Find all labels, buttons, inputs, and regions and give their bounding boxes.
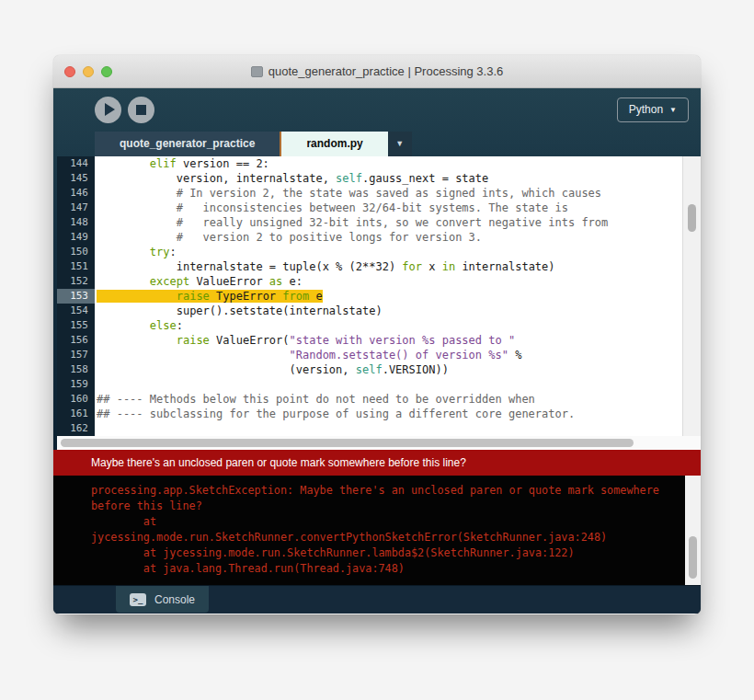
minimize-button[interactable] xyxy=(83,66,94,77)
tab-quote-generator-practice[interactable]: quote_generator_practice xyxy=(95,132,280,156)
code-line-158[interactable]: 158 (version, self.VERSION)) xyxy=(57,362,682,377)
code-line-148[interactable]: 148 # really unsigned 32-bit ints, so we… xyxy=(57,215,682,230)
traffic-lights xyxy=(64,55,112,88)
editor-horizontal-scrollbar[interactable] xyxy=(57,436,701,450)
code-text[interactable]: ## ---- Methods below this point do not … xyxy=(95,392,682,407)
code-line-154[interactable]: 154 super().setstate(internalstate) xyxy=(57,304,682,318)
code-text[interactable]: version, internalstate, self.gauss_next … xyxy=(95,171,682,186)
processing-window: quote_generator_practice | Processing 3.… xyxy=(53,55,701,614)
code-text[interactable]: (version, self.VERSION)) xyxy=(95,362,682,377)
code-text[interactable] xyxy=(95,421,682,436)
zoom-button[interactable] xyxy=(101,66,112,77)
terminal-icon: >_ xyxy=(130,593,146,606)
code-line-160[interactable]: 160## ---- Methods below this point do n… xyxy=(57,392,682,407)
line-number: 150 xyxy=(57,245,95,259)
console-line: jycessing.mode.run.SketchRunner.convertP… xyxy=(91,530,685,545)
line-number: 162 xyxy=(57,421,95,436)
line-number: 151 xyxy=(57,259,95,274)
line-number: 148 xyxy=(57,215,95,230)
console-tab[interactable]: >_ Console xyxy=(116,586,209,613)
code-line-151[interactable]: 151 internalstate = tuple(x % (2**32) fo… xyxy=(57,259,682,274)
console-panel: processing.app.SketchException: Maybe th… xyxy=(53,476,701,586)
code-text[interactable] xyxy=(95,377,682,392)
line-number: 146 xyxy=(57,186,95,201)
code-line-152[interactable]: 152 except ValueError as e: xyxy=(57,274,682,289)
code-text[interactable]: raise ValueError("state with version %s … xyxy=(95,333,682,348)
editor-vertical-scrollbar[interactable] xyxy=(682,156,701,436)
line-number: 152 xyxy=(57,274,95,289)
editor-vertical-scrollbar-thumb[interactable] xyxy=(688,204,696,232)
tab-bar: quote_generator_practicerandom.py▼ xyxy=(53,132,701,156)
line-number: 160 xyxy=(57,392,95,407)
code-text[interactable]: # In version 2, the state was saved as s… xyxy=(95,186,682,201)
console-line: at jycessing.mode.run.SketchRunner.lambd… xyxy=(91,545,685,561)
line-number: 154 xyxy=(57,304,95,318)
error-status-bar: Maybe there's an unclosed paren or quote… xyxy=(53,450,701,476)
console-tab-label: Console xyxy=(154,593,195,606)
document-icon xyxy=(251,66,263,77)
console-vertical-scrollbar-thumb[interactable] xyxy=(689,536,697,579)
console-line: processing.app.SketchException: Maybe th… xyxy=(91,483,685,499)
line-number: 153 xyxy=(57,289,95,304)
window-title: quote_generator_practice | Processing 3.… xyxy=(268,64,504,78)
toolbar: Python ▼ xyxy=(53,88,701,132)
stop-button[interactable] xyxy=(128,97,154,123)
line-number: 155 xyxy=(57,318,95,333)
code-text[interactable]: internalstate = tuple(x % (2**32) for x … xyxy=(95,259,682,274)
code-line-156[interactable]: 156 raise ValueError("state with version… xyxy=(57,333,682,348)
code-text[interactable]: super().setstate(internalstate) xyxy=(95,304,682,318)
line-number: 147 xyxy=(57,201,95,215)
code-text[interactable]: # version 2 to positive longs for versio… xyxy=(95,230,682,245)
console-line: at xyxy=(91,514,685,530)
code-text[interactable]: elif version == 2: xyxy=(95,156,682,171)
tab-menu-chevron-down-icon[interactable]: ▼ xyxy=(388,132,412,156)
code-line-162[interactable]: 162 xyxy=(57,421,682,436)
code-text[interactable]: # inconsistencies between 32/64-bit syst… xyxy=(95,201,682,215)
code-line-161[interactable]: 161## ---- subclassing for the purpose o… xyxy=(57,407,682,421)
run-button[interactable] xyxy=(95,97,121,123)
desktop-background: quote_generator_practice | Processing 3.… xyxy=(0,0,754,700)
code-area[interactable]: 144 elif version == 2:145 version, inter… xyxy=(57,156,682,436)
line-number: 156 xyxy=(57,333,95,348)
code-line-157[interactable]: 157 "Random.setstate() of version %s" % xyxy=(57,348,682,362)
line-number: 161 xyxy=(57,407,95,421)
stop-icon xyxy=(136,105,146,115)
code-text[interactable]: raise TypeError from e xyxy=(95,289,682,304)
code-line-153[interactable]: 153 raise TypeError from e xyxy=(57,289,682,304)
code-text[interactable]: ## ---- subclassing for the purpose of u… xyxy=(95,407,682,421)
title-bar[interactable]: quote_generator_practice | Processing 3.… xyxy=(53,55,701,88)
footer-bar: >_ Console xyxy=(53,585,701,614)
code-line-146[interactable]: 146 # In version 2, the state was saved … xyxy=(57,186,682,201)
close-button[interactable] xyxy=(64,66,75,77)
code-line-150[interactable]: 150 try: xyxy=(57,245,682,259)
code-line-149[interactable]: 149 # version 2 to positive longs for ve… xyxy=(57,230,682,245)
code-line-144[interactable]: 144 elif version == 2: xyxy=(57,156,682,171)
line-number: 149 xyxy=(57,230,95,245)
line-number: 159 xyxy=(57,377,95,392)
code-text[interactable]: else: xyxy=(95,318,682,333)
chevron-down-icon: ▼ xyxy=(669,106,677,114)
code-line-155[interactable]: 155 else: xyxy=(57,318,682,333)
console-output[interactable]: processing.app.SketchException: Maybe th… xyxy=(53,476,685,586)
tab-random-py[interactable]: random.py xyxy=(280,132,387,156)
code-text[interactable]: try: xyxy=(95,245,682,259)
code-line-145[interactable]: 145 version, internalstate, self.gauss_n… xyxy=(57,171,682,186)
code-line-147[interactable]: 147 # inconsistencies between 32/64-bit … xyxy=(57,201,682,215)
code-text[interactable]: "Random.setstate() of version %s" % xyxy=(95,348,682,362)
line-number: 158 xyxy=(57,362,95,377)
play-icon xyxy=(105,103,115,116)
editor-horizontal-scrollbar-thumb[interactable] xyxy=(61,439,634,447)
line-number: 144 xyxy=(57,156,95,171)
error-message: Maybe there's an unclosed paren or quote… xyxy=(91,456,466,469)
console-line: before this line? xyxy=(91,499,685,514)
mode-label: Python xyxy=(629,103,663,116)
window-title-group: quote_generator_practice | Processing 3.… xyxy=(251,64,504,78)
code-editor[interactable]: 144 elif version == 2:145 version, inter… xyxy=(53,156,701,436)
mode-selector-button[interactable]: Python ▼ xyxy=(617,98,689,122)
code-text[interactable]: # really unsigned 32-bit ints, so we con… xyxy=(95,215,682,230)
line-number: 157 xyxy=(57,348,95,362)
code-text[interactable]: except ValueError as e: xyxy=(95,274,682,289)
line-number: 145 xyxy=(57,171,95,186)
code-line-159[interactable]: 159 xyxy=(57,377,682,392)
console-vertical-scrollbar[interactable] xyxy=(685,476,701,586)
